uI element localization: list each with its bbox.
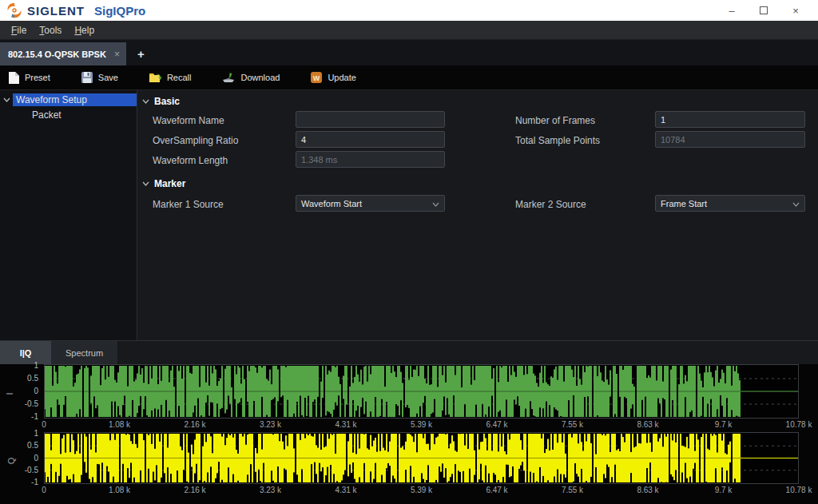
y-tick-label: 0.5 [0, 374, 38, 383]
waveform-length-input [296, 151, 445, 168]
plot-view-tabs: I|Q Spectrum [0, 341, 818, 364]
new-tab-button[interactable]: + [126, 42, 156, 65]
x-tick-label: 3.23 k [260, 486, 281, 494]
total-sample-points-input [655, 131, 805, 148]
y-tick-label: -1 [0, 412, 38, 421]
y-tick-label: 0.5 [0, 441, 38, 450]
chevron-down-icon [432, 199, 439, 208]
app-name: SigIQPro [94, 4, 145, 18]
y-tick-label: -0.5 [0, 466, 38, 474]
content-area: Waveform Setup Packet Basic Waveform Nam… [0, 90, 818, 340]
oversampling-ratio-label: OverSampling Ratio [153, 135, 238, 146]
q-waveform-canvas [44, 432, 799, 484]
y-tick-label: -0.5 [0, 399, 38, 408]
marker1-source-label: Marker 1 Source [153, 199, 224, 210]
x-tick-label: 1.08 k [109, 420, 130, 429]
number-of-frames-input[interactable] [655, 111, 805, 128]
menu-tools[interactable]: Tools [33, 25, 68, 36]
maximize-button[interactable] [748, 1, 780, 20]
x-tick-label: 4.31 k [335, 486, 356, 494]
close-button[interactable]: × [780, 1, 812, 20]
sidebar-item-waveform-setup[interactable]: Waveform Setup [0, 92, 137, 107]
y-tick-label: 0 [0, 387, 38, 395]
menu-file[interactable]: File [5, 25, 33, 36]
sidebar-item-packet[interactable]: Packet [0, 107, 137, 122]
chevron-down-icon [142, 99, 149, 104]
siglent-logo-icon [6, 2, 22, 18]
q-waveform-plot: Q 10.50-0.5-101.08 k2.16 k3.23 k4.31 k5.… [0, 432, 818, 499]
x-tick-label: 5.39 k [411, 486, 432, 494]
chevron-down-icon [142, 181, 149, 186]
plot-panel: I|Q Spectrum I 10.50-0.5-101.08 k2.16 k3… [0, 340, 818, 504]
x-tick-label: 3.23 k [260, 420, 281, 429]
svg-text:W: W [313, 74, 320, 82]
x-tick-label: 5.39 k [411, 420, 432, 429]
section-marker[interactable]: Marker [142, 178, 185, 189]
chevron-down-icon [792, 199, 800, 208]
chevron-down-icon[interactable] [0, 97, 13, 102]
toolbar: Preset Save Recall D [0, 65, 818, 90]
floppy-icon [81, 71, 93, 84]
x-tick-label: 4.31 k [335, 420, 356, 429]
update-icon: W [310, 71, 323, 84]
document-icon [8, 71, 20, 85]
tab-802154-oqpsk-bpsk[interactable]: 802.15.4 O-QPSK BPSK × [0, 42, 126, 65]
minimize-button[interactable]: – [716, 1, 748, 20]
waveform-length-label: Waveform Length [153, 155, 228, 166]
oversampling-ratio-input[interactable] [296, 131, 445, 148]
sigiqpro-window: SIGLENT SigIQPro – × File Tools Help 802… [0, 0, 818, 504]
i-waveform-plot: I 10.50-0.5-101.08 k2.16 k3.23 k4.31 k5.… [0, 364, 818, 432]
brand-text: SIGLENT [27, 4, 85, 18]
waveform-name-input[interactable] [296, 111, 445, 128]
x-tick-label: 10.78 k [786, 486, 812, 494]
x-tick-label: 7.55 k [562, 486, 583, 494]
maximize-icon [760, 6, 768, 14]
marker2-source-dropdown[interactable]: Frame Start [655, 195, 805, 212]
update-button[interactable]: W Update [310, 71, 355, 84]
download-button[interactable]: Download [221, 71, 280, 84]
x-tick-label: 6.47 k [486, 486, 507, 494]
marker1-source-dropdown[interactable]: Waveform Start [296, 195, 445, 212]
x-tick-label: 6.47 k [486, 420, 507, 429]
number-of-frames-label: Number of Frames [515, 115, 595, 126]
download-icon [221, 71, 236, 84]
tab-label: 802.15.4 O-QPSK BPSK [8, 50, 106, 59]
save-button[interactable]: Save [81, 71, 118, 84]
waveform-setup-panel: Basic Waveform Name Number of Frames Ove… [137, 90, 818, 340]
x-tick-label: 8.63 k [637, 420, 658, 429]
x-tick-label: 1.08 k [109, 486, 130, 494]
x-tick-label: 0 [42, 420, 46, 429]
x-tick-label: 2.16 k [184, 486, 205, 494]
x-tick-label: 2.16 k [184, 420, 205, 429]
y-tick-label: 0 [0, 454, 38, 462]
window-controls: – × [716, 1, 812, 20]
waveform-name-label: Waveform Name [153, 115, 224, 126]
menu-bar: File Tools Help [0, 21, 818, 40]
preset-button[interactable]: Preset [8, 71, 50, 85]
section-basic[interactable]: Basic [142, 96, 180, 107]
title-bar: SIGLENT SigIQPro – × [0, 0, 818, 21]
sidebar-tree: Waveform Setup Packet [0, 90, 137, 340]
marker2-source-label: Marker 2 Source [515, 199, 586, 210]
tab-spectrum[interactable]: Spectrum [51, 341, 117, 364]
i-waveform-canvas [44, 364, 799, 419]
x-tick-label: 7.55 k [562, 420, 583, 429]
x-tick-label: 10.78 k [786, 420, 812, 429]
folder-icon [149, 71, 162, 84]
y-tick-label: 1 [0, 361, 38, 370]
recall-button[interactable]: Recall [149, 71, 192, 84]
x-tick-label: 8.63 k [637, 486, 658, 494]
x-tick-label: 0 [42, 486, 46, 494]
document-tab-bar: 802.15.4 O-QPSK BPSK × + [0, 40, 818, 65]
total-sample-points-label: Total Sample Points [515, 135, 600, 146]
tab-close-icon[interactable]: × [114, 49, 120, 60]
y-tick-label: 1 [0, 429, 38, 438]
y-tick-label: -1 [0, 478, 38, 486]
x-tick-label: 9.7 k [715, 420, 733, 429]
x-tick-label: 9.7 k [715, 486, 733, 494]
menu-help[interactable]: Help [68, 25, 101, 36]
